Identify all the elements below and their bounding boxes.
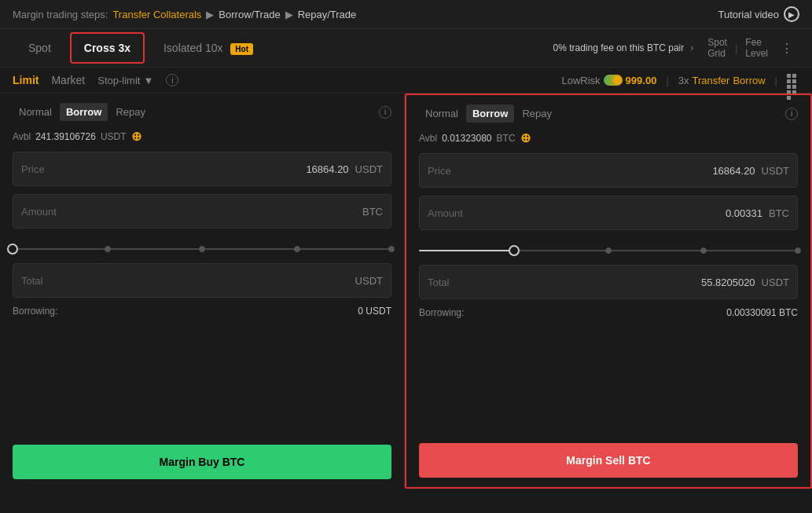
tab-isolated-label: Isolated 10x: [164, 42, 223, 54]
trading-columns: Normal Borrow Repay i Avbl 241.39106726 …: [0, 93, 812, 489]
breadcrumb-bar: Margin trading steps: Transfer Collatera…: [0, 0, 812, 29]
fee-info: 0% trading fee on this BTC pair ›: [545, 42, 701, 53]
margin-buy-button[interactable]: Margin Buy BTC: [13, 445, 391, 479]
buy-tab-repay[interactable]: Repay: [109, 103, 152, 121]
tab-spot[interactable]: Spot: [13, 31, 67, 65]
order-type-right: LowRisk 999.00 | 3x Transfer Borrow |: [561, 74, 799, 86]
buy-avbl-value: 241.39106726: [35, 131, 96, 142]
buy-slider-track: [13, 248, 391, 250]
buy-total-label: Total: [21, 275, 68, 287]
risk-value: 999.00: [626, 75, 657, 86]
transfer-borrow-links: 3x Transfer Borrow: [678, 75, 766, 86]
sell-total-value: 55.8205020: [475, 277, 755, 288]
tab-cross[interactable]: Cross 3x: [70, 32, 145, 64]
sell-borrowing-label: Borrowing:: [419, 307, 464, 318]
sell-panel: Normal Borrow Repay i Avbl 0.01323080 BT…: [405, 93, 812, 489]
breadcrumb-step2[interactable]: Borrow/Trade: [219, 9, 280, 20]
order-type-stop-limit[interactable]: Stop-limit ▼: [97, 75, 153, 86]
x3-badge: 3x: [678, 75, 689, 86]
buy-sub-tabs: Normal Borrow Repay i: [13, 103, 391, 121]
sell-amount-value: 0.00331: [475, 207, 762, 219]
buy-price-input[interactable]: Price 16864.20 USDT: [13, 152, 391, 186]
sell-total-input[interactable]: Total 55.8205020 USDT: [419, 265, 798, 299]
buy-avbl-row: Avbl 241.39106726 USDT ⊕: [13, 129, 391, 144]
sell-avbl-label: Avbl: [419, 133, 437, 144]
sell-price-currency: USDT: [762, 165, 789, 177]
order-type-market[interactable]: Market: [51, 74, 85, 86]
tab-right-links: SpotGrid | FeeLevel: [701, 34, 774, 62]
order-type-limit[interactable]: Limit: [13, 74, 39, 86]
layout-toggle[interactable]: [787, 74, 799, 86]
buy-amount-input[interactable]: Amount BTC: [13, 194, 391, 229]
breadcrumb-arrow2: ▶: [285, 9, 293, 20]
sell-slider[interactable]: [419, 238, 798, 257]
buy-borrowing-value: 0 USDT: [358, 306, 391, 317]
sell-slider-tick-50: [605, 247, 612, 254]
transfer-link[interactable]: Transfer: [693, 75, 730, 86]
sell-avbl-row: Avbl 0.01323080 BTC ⊕: [419, 130, 798, 145]
hot-badge: Hot: [230, 43, 253, 55]
sell-slider-fill: [419, 250, 514, 251]
fee-level-link[interactable]: FeeLevel: [739, 34, 774, 62]
tab-bar: Spot Cross 3x Isolated 10x Hot 0% tradin…: [0, 29, 812, 68]
sell-amount-label: Amount: [428, 207, 475, 219]
sell-price-input[interactable]: Price 16864.20 USDT: [419, 153, 798, 188]
buy-amount-currency: BTC: [362, 206, 383, 218]
breadcrumb-step1[interactable]: Transfer Collaterals: [112, 9, 201, 20]
breadcrumb-prefix: Margin trading steps:: [13, 9, 108, 20]
margin-sell-button[interactable]: Margin Sell BTC: [419, 443, 798, 478]
buy-slider-tick-75: [294, 246, 300, 252]
sell-price-label: Price: [428, 165, 475, 177]
tab-v-divider: |: [735, 42, 737, 54]
tutorial-label: Tutorial video: [718, 9, 779, 20]
sell-tab-repay[interactable]: Repay: [516, 104, 558, 123]
risk-indicator: [604, 75, 623, 86]
sell-amount-input[interactable]: Amount 0.00331 BTC: [419, 196, 798, 230]
order-type-bar: Limit Market Stop-limit ▼ i LowRisk 999.…: [0, 68, 812, 93]
fee-info-arrow: ›: [690, 42, 693, 53]
buy-borrowing-row: Borrowing: 0 USDT: [13, 306, 391, 317]
lowrisk-label: LowRisk: [561, 75, 600, 86]
buy-price-currency: USDT: [355, 163, 383, 175]
breadcrumb-step3[interactable]: Repay/Trade: [298, 9, 357, 20]
sell-slider-tick-100: [795, 247, 801, 254]
sell-amount-currency: BTC: [769, 207, 789, 219]
sell-borrowing-value: 0.00330091 BTC: [726, 307, 798, 318]
fee-info-text: 0% trading fee on this BTC pair: [553, 42, 684, 53]
buy-avbl-plus[interactable]: ⊕: [131, 129, 141, 144]
sell-slider-track: [419, 250, 798, 251]
spot-grid-link[interactable]: SpotGrid: [701, 34, 733, 62]
buy-avbl-label: Avbl: [13, 131, 31, 142]
buy-info-icon[interactable]: i: [379, 106, 391, 119]
buy-price-label: Price: [21, 163, 68, 175]
buy-price-value: 16864.20: [68, 163, 349, 175]
buy-total-input[interactable]: Total USDT: [13, 263, 391, 298]
sell-total-currency: USDT: [762, 277, 789, 288]
buy-slider[interactable]: [13, 236, 391, 255]
sell-slider-thumb[interactable]: [509, 245, 520, 256]
order-info-icon[interactable]: i: [166, 74, 178, 86]
tab-isolated[interactable]: Isolated 10x Hot: [148, 31, 269, 65]
buy-panel: Normal Borrow Repay i Avbl 241.39106726 …: [0, 93, 405, 489]
tutorial-button[interactable]: Tutorial video ▶: [718, 6, 799, 22]
more-options-button[interactable]: ⋮: [774, 38, 799, 59]
sell-sub-tabs: Normal Borrow Repay i: [419, 104, 798, 123]
sell-total-label: Total: [428, 277, 475, 288]
buy-slider-thumb[interactable]: [7, 244, 18, 255]
buy-slider-tick-100: [388, 246, 395, 252]
buy-tab-normal[interactable]: Normal: [13, 103, 58, 121]
sell-tab-borrow[interactable]: Borrow: [466, 104, 515, 123]
sell-price-value: 16864.20: [475, 165, 755, 177]
buy-tab-borrow[interactable]: Borrow: [60, 103, 108, 121]
borrow-link[interactable]: Borrow: [733, 75, 765, 86]
tab-cross-label: Cross 3x: [84, 42, 130, 54]
sell-avbl-plus[interactable]: ⊕: [520, 130, 531, 145]
buy-slider-tick-25: [105, 246, 111, 252]
order-types: Limit Market Stop-limit ▼ i: [13, 74, 178, 86]
breadcrumb-arrow1: ▶: [206, 9, 214, 20]
buy-total-currency: USDT: [355, 275, 383, 287]
sell-tab-normal[interactable]: Normal: [419, 104, 465, 123]
buy-amount-label: Amount: [21, 206, 68, 218]
tutorial-play-icon: ▶: [784, 6, 799, 22]
sell-info-icon[interactable]: i: [785, 108, 798, 120]
